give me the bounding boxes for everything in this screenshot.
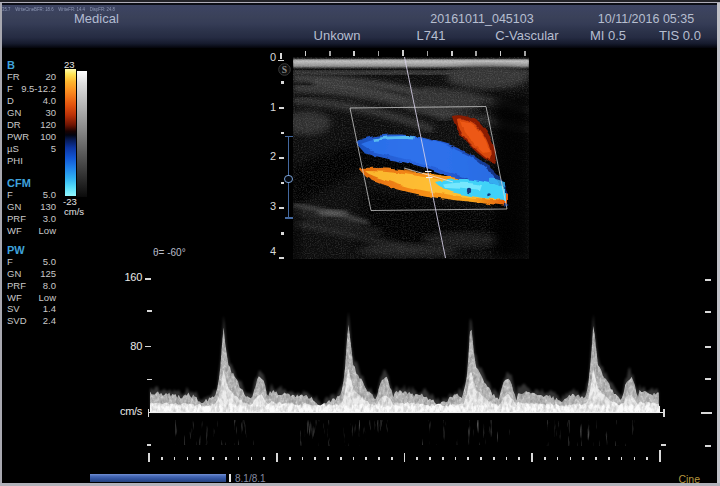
svg-text:S: S bbox=[282, 65, 287, 75]
